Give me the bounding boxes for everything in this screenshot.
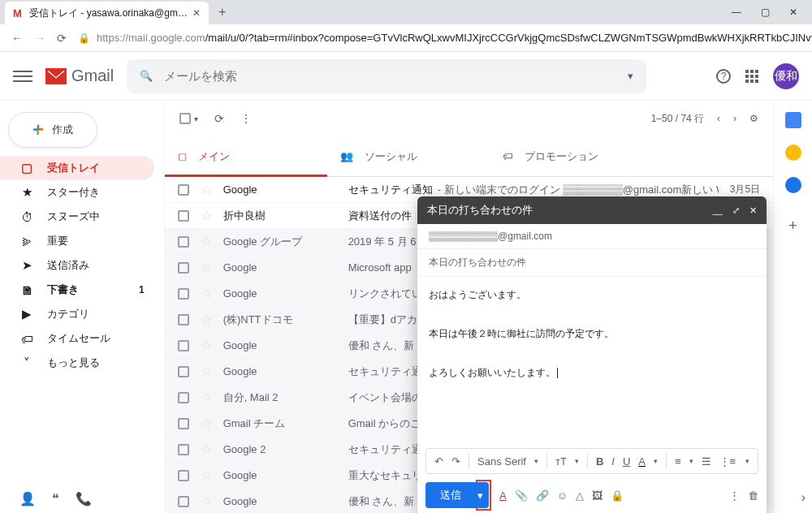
close-compose-icon[interactable]: ✕ — [749, 205, 757, 216]
tab-promotions[interactable]: 🏷プロモーション — [490, 136, 652, 176]
hamburger-icon[interactable] — [13, 67, 32, 86]
back-icon[interactable]: ← — [11, 32, 23, 45]
close-icon[interactable]: ✕ — [192, 7, 201, 19]
row-checkbox[interactable] — [178, 418, 189, 429]
compose-subject-field[interactable]: 本日の打ち合わせの件 — [417, 249, 767, 277]
refresh-icon[interactable]: ⟳ — [214, 112, 224, 125]
apps-grid-icon[interactable] — [745, 70, 758, 83]
select-all[interactable]: ▾ — [179, 113, 198, 124]
prev-page-icon[interactable]: ‹ — [717, 113, 720, 124]
tasks-icon[interactable] — [785, 177, 801, 193]
sidebar-item-3[interactable]: ⫸重要 — [0, 229, 154, 253]
discard-icon[interactable]: 🗑 — [748, 489, 758, 502]
browser-tab[interactable]: M 受信トレイ - yasawa.orinaka@gm… ✕ — [5, 2, 209, 24]
reload-icon[interactable]: ⟳ — [57, 32, 67, 45]
close-window-icon[interactable]: ✕ — [789, 6, 797, 18]
star-icon[interactable]: ☆ — [201, 468, 212, 483]
photo-icon[interactable]: 🖼 — [592, 489, 603, 502]
attach-icon[interactable]: 📎 — [515, 489, 528, 502]
text-color-icon[interactable]: A — [638, 455, 646, 468]
account-avatar[interactable]: 優和 — [773, 63, 799, 89]
star-icon[interactable]: ☆ — [201, 416, 212, 431]
keep-icon[interactable] — [785, 144, 801, 161]
calendar-icon[interactable] — [785, 112, 801, 128]
bullet-list-icon[interactable]: ⋮≡ — [719, 455, 736, 468]
settings-gear-icon[interactable]: ⚙ — [749, 113, 758, 124]
emoji-icon[interactable]: ☺ — [557, 489, 568, 502]
row-checkbox[interactable] — [178, 366, 189, 377]
more-options-icon[interactable]: ⋮ — [729, 489, 740, 502]
star-icon[interactable]: ☆ — [201, 494, 212, 509]
underline-icon[interactable]: U — [623, 455, 630, 468]
row-checkbox[interactable] — [178, 262, 189, 274]
star-icon[interactable]: ☆ — [201, 260, 212, 275]
compose-button[interactable]: + 作成 — [8, 112, 97, 148]
row-checkbox[interactable] — [178, 288, 189, 300]
forward-icon[interactable]: → — [34, 32, 45, 45]
minimize-icon[interactable]: — — [732, 6, 741, 18]
gmail-logo[interactable]: Gmail — [45, 67, 114, 85]
star-icon[interactable]: ☆ — [201, 442, 212, 457]
tab-social[interactable]: 👥ソーシャル — [327, 136, 490, 176]
row-checkbox[interactable] — [178, 210, 189, 222]
font-size-icon[interactable]: тT — [555, 455, 567, 468]
expand-compose-icon[interactable]: ⤢ — [732, 205, 740, 216]
star-icon[interactable]: ☆ — [201, 182, 212, 197]
compose-to-field[interactable]: ▒▒▒▒▒▒▒▒▒▒@gmail.com — [417, 224, 767, 249]
drive-icon[interactable]: △ — [576, 489, 584, 502]
row-checkbox[interactable] — [178, 470, 189, 481]
sidebar-item-4[interactable]: ➤送信済み — [0, 253, 154, 278]
more-icon[interactable]: ⋮ — [240, 112, 252, 125]
row-checkbox[interactable] — [178, 340, 189, 351]
row-checkbox[interactable] — [178, 496, 189, 507]
star-icon[interactable]: ☆ — [201, 286, 212, 301]
search-box[interactable]: 🔍 ▾ — [127, 59, 646, 93]
star-icon[interactable]: ☆ — [201, 312, 212, 327]
person-icon[interactable]: 👤 — [19, 491, 36, 507]
star-icon[interactable]: ☆ — [201, 390, 212, 405]
star-icon[interactable]: ☆ — [201, 338, 212, 353]
numbered-list-icon[interactable]: ☰ — [702, 455, 711, 468]
undo-icon[interactable]: ↶ — [434, 455, 443, 468]
redo-icon[interactable]: ↷ — [451, 455, 460, 468]
row-checkbox[interactable] — [178, 444, 189, 455]
link-icon[interactable]: 🔗 — [536, 489, 549, 502]
minimize-compose-icon[interactable]: __ — [713, 205, 723, 216]
star-icon[interactable]: ☆ — [201, 364, 212, 379]
hangouts-icon[interactable]: ❝ — [52, 491, 59, 507]
compose-header[interactable]: 本日の打ち合わせの件 __ ⤢ ✕ — [417, 196, 767, 224]
collapse-dock-icon[interactable]: › — [801, 490, 806, 505]
row-checkbox[interactable] — [178, 392, 189, 403]
sidebar-item-6[interactable]: ▶カテゴリ — [0, 302, 154, 326]
maximize-icon[interactable]: ▢ — [761, 6, 770, 18]
text-format-icon[interactable]: A — [499, 489, 507, 502]
font-select[interactable]: Sans Serif — [477, 455, 526, 468]
compose-body[interactable]: おはようございます。本日は午後２時に御社に訪問の予定です。よろしくお願いいたしま… — [417, 277, 767, 445]
sidebar-item-2[interactable]: ⏱スヌーズ中 — [0, 205, 154, 229]
new-tab-button[interactable]: + — [209, 5, 235, 19]
row-checkbox[interactable] — [178, 314, 189, 325]
confidential-icon[interactable]: 🔒 — [611, 489, 624, 502]
sidebar-item-1[interactable]: ★スター付き — [0, 180, 154, 205]
address-bar[interactable]: 🔒 https://mail.google.com/mail/u/0/?tab=… — [78, 32, 812, 44]
send-dropdown-button[interactable]: ▾ — [471, 482, 489, 508]
chevron-down-icon[interactable]: ▾ — [194, 114, 198, 123]
sidebar-item-7[interactable]: 🏷タイムセール — [0, 326, 154, 351]
row-checkbox[interactable] — [178, 184, 189, 196]
tab-main[interactable]: ◻メイン — [165, 136, 327, 176]
row-checkbox[interactable] — [178, 236, 189, 248]
align-icon[interactable]: ≡ — [675, 455, 681, 468]
phone-icon[interactable]: 📞 — [76, 491, 92, 507]
sidebar-item-0[interactable]: ▢受信トレイ — [0, 156, 154, 180]
sidebar-item-8[interactable]: ˅もっと見る — [0, 351, 154, 375]
search-input[interactable] — [164, 69, 616, 83]
next-page-icon[interactable]: › — [733, 113, 736, 124]
italic-icon[interactable]: I — [611, 455, 615, 468]
star-icon[interactable]: ☆ — [201, 208, 212, 223]
star-icon[interactable]: ☆ — [201, 234, 212, 249]
sidebar-item-5[interactable]: 🗎下書き1 — [0, 278, 154, 302]
send-button[interactable]: 送信 — [425, 482, 476, 508]
chevron-down-icon[interactable]: ▾ — [628, 70, 633, 82]
help-icon[interactable]: ? — [716, 69, 731, 84]
bold-icon[interactable]: B — [596, 455, 603, 468]
